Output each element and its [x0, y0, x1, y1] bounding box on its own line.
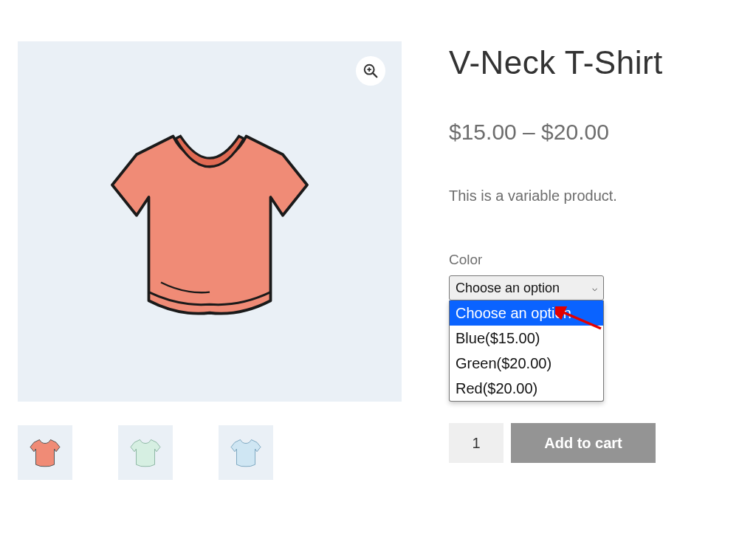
thumbnail-red[interactable] — [18, 425, 72, 480]
thumbnail-blue[interactable] — [219, 425, 273, 480]
tshirt-illustration-red — [88, 100, 331, 343]
quantity-input[interactable] — [449, 423, 504, 463]
color-select-wrapper: Choose an option ⌵ Choose an option Blue… — [449, 275, 738, 300]
add-to-cart-button[interactable]: Add to cart — [511, 423, 656, 463]
zoom-button[interactable] — [356, 56, 385, 86]
product-details: V-Neck T-Shirt $15.00 – $20.00 This is a… — [449, 41, 738, 480]
svg-line-1 — [373, 73, 377, 78]
select-current-value: Choose an option — [456, 281, 560, 296]
color-options-dropdown: Choose an option Blue($15.00) Green($20.… — [449, 300, 604, 402]
product-description: This is a variable product. — [449, 188, 738, 205]
option-placeholder[interactable]: Choose an option — [450, 300, 603, 326]
magnify-plus-icon — [362, 63, 379, 79]
thumbnail-row — [18, 425, 402, 480]
product-gallery — [18, 41, 402, 480]
tshirt-thumb-icon — [27, 434, 63, 471]
thumbnail-green[interactable] — [118, 425, 173, 480]
tshirt-thumb-icon — [227, 434, 264, 471]
product-title: V-Neck T-Shirt — [449, 44, 738, 81]
color-select[interactable]: Choose an option ⌵ — [449, 275, 604, 300]
add-to-cart-row: Add to cart — [449, 423, 738, 463]
option-green[interactable]: Green($20.00) — [450, 351, 603, 376]
chevron-down-icon: ⌵ — [592, 283, 597, 293]
option-blue[interactable]: Blue($15.00) — [450, 326, 603, 351]
price-range: $15.00 – $20.00 — [449, 120, 738, 145]
main-product-image[interactable] — [18, 41, 402, 402]
option-red[interactable]: Red($20.00) — [450, 376, 603, 401]
variation-label: Color — [449, 252, 738, 268]
tshirt-thumb-icon — [127, 434, 164, 471]
